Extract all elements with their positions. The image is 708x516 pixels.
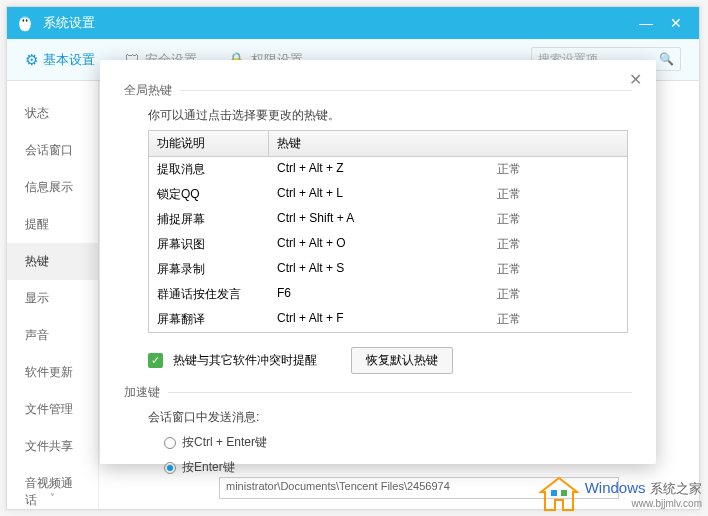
cell-key: Ctrl + Alt + F (269, 309, 489, 330)
sidebar-item-filemanage[interactable]: 文件管理 (7, 391, 98, 428)
sidebar-item-label: 文件共享 (25, 439, 73, 453)
dialog-close-button[interactable]: ✕ (629, 70, 642, 89)
section-accel: 加速键 (124, 384, 632, 401)
sidebar: 状态 会话窗口 信息展示 提醒 热键 显示 声音 软件更新 文件管理 文件共享 … (7, 81, 99, 509)
hotkey-hint: 你可以通过点击选择要更改的热键。 (148, 107, 632, 124)
house-icon (539, 476, 579, 512)
cell-key: Ctrl + Alt + Z (269, 159, 489, 180)
search-icon: 🔍 (659, 52, 674, 66)
cell-fn: 屏幕录制 (149, 259, 269, 280)
watermark-brand: Windows (585, 479, 646, 496)
accel-subtitle: 会话窗口中发送消息: (148, 409, 632, 426)
sidebar-scroll[interactable]: ˄ ˅ (7, 479, 98, 503)
cell-key: Ctrl + Alt + O (269, 234, 489, 255)
table-row[interactable]: 锁定QQCtrl + Alt + L正常 (149, 182, 627, 207)
sidebar-item-status[interactable]: 状态 (7, 95, 98, 132)
section-global-hotkeys: 全局热键 (124, 82, 632, 99)
gear-icon: ⚙ (25, 51, 38, 69)
chevron-down-icon[interactable]: ˅ (50, 492, 55, 503)
sidebar-item-fileshare[interactable]: 文件共享 (7, 428, 98, 465)
restore-default-button[interactable]: 恢复默认热键 (351, 347, 453, 374)
divider (180, 90, 632, 91)
conflict-check-label: 热键与其它软件冲突时提醒 (173, 352, 317, 369)
sidebar-item-hotkey[interactable]: 热键 (7, 243, 98, 280)
col-hotkey: 热键 (269, 131, 627, 156)
cell-fn: 屏幕翻译 (149, 309, 269, 330)
sidebar-item-label: 提醒 (25, 217, 49, 231)
table-row[interactable]: 屏幕录制Ctrl + Alt + S正常 (149, 257, 627, 282)
checkbox-checked-icon[interactable]: ✓ (148, 353, 163, 368)
col-function: 功能说明 (149, 131, 269, 156)
cell-fn: 屏幕识图 (149, 234, 269, 255)
sidebar-item-chatwindow[interactable]: 会话窗口 (7, 132, 98, 169)
hotkey-table-body: 提取消息Ctrl + Alt + Z正常锁定QQCtrl + Alt + L正常… (149, 157, 627, 332)
table-row[interactable]: 群通话按住发言F6正常 (149, 282, 627, 307)
sidebar-item-label: 状态 (25, 106, 49, 120)
sidebar-item-label: 会话窗口 (25, 143, 73, 157)
sidebar-item-reminder[interactable]: 提醒 (7, 206, 98, 243)
sidebar-item-label: 声音 (25, 328, 49, 342)
sidebar-item-info[interactable]: 信息展示 (7, 169, 98, 206)
cell-status: 正常 (489, 259, 569, 280)
table-row[interactable]: 提取消息Ctrl + Alt + Z正常 (149, 157, 627, 182)
hotkey-dialog: ✕ 全局热键 你可以通过点击选择要更改的热键。 功能说明 热键 提取消息Ctrl… (100, 60, 656, 464)
cell-status: 正常 (489, 284, 569, 305)
close-window-button[interactable]: ✕ (661, 8, 691, 38)
cell-key: F6 (269, 284, 489, 305)
radio-ctrl-enter[interactable]: 按Ctrl + Enter键 (164, 434, 632, 451)
sidebar-item-label: 信息展示 (25, 180, 73, 194)
sidebar-item-label: 热键 (25, 254, 49, 268)
radio-label: 按Ctrl + Enter键 (182, 434, 267, 451)
sidebar-item-label: 软件更新 (25, 365, 73, 379)
hotkey-table: 功能说明 热键 提取消息Ctrl + Alt + Z正常锁定QQCtrl + A… (148, 130, 628, 333)
watermark-text: Windows 系统之家 www.bjjmlv.com (585, 479, 702, 509)
table-row[interactable]: 捕捉屏幕Ctrl + Shift + A正常 (149, 207, 627, 232)
watermark-sub: 系统之家 (650, 481, 702, 496)
svg-point-3 (23, 19, 25, 22)
tab-basic[interactable]: ⚙ 基本设置 (25, 51, 95, 69)
radio-enter[interactable]: 按Enter键 (164, 459, 632, 476)
section-title: 全局热键 (124, 82, 172, 99)
cell-status: 正常 (489, 309, 569, 330)
cell-key: Ctrl + Shift + A (269, 209, 489, 230)
app-logo-icon (15, 13, 35, 33)
radio-selected-icon[interactable] (164, 462, 176, 474)
svg-rect-6 (551, 490, 557, 496)
svg-rect-7 (561, 490, 567, 496)
cell-fn: 锁定QQ (149, 184, 269, 205)
watermark: Windows 系统之家 www.bjjmlv.com (539, 476, 702, 512)
window-title: 系统设置 (43, 14, 631, 32)
table-row[interactable]: 屏幕翻译Ctrl + Alt + F正常 (149, 307, 627, 332)
chevron-up-icon[interactable]: ˄ (50, 479, 55, 490)
cell-status: 正常 (489, 184, 569, 205)
sidebar-item-label: 文件管理 (25, 402, 73, 416)
hotkey-table-header: 功能说明 热键 (149, 131, 627, 157)
section-title: 加速键 (124, 384, 160, 401)
sidebar-item-display[interactable]: 显示 (7, 280, 98, 317)
table-row[interactable]: 屏幕识图Ctrl + Alt + O正常 (149, 232, 627, 257)
sidebar-item-update[interactable]: 软件更新 (7, 354, 98, 391)
cell-key: Ctrl + Alt + S (269, 259, 489, 280)
watermark-url: www.bjjmlv.com (585, 498, 702, 509)
titlebar: 系统设置 — ✕ (7, 7, 699, 39)
path-text: ministrator\Documents\Tencent Files\2456… (226, 480, 450, 492)
radio-label: 按Enter键 (182, 459, 235, 476)
cell-status: 正常 (489, 209, 569, 230)
cell-status: 正常 (489, 159, 569, 180)
svg-point-4 (26, 19, 28, 22)
cell-fn: 群通话按住发言 (149, 284, 269, 305)
radio-icon[interactable] (164, 437, 176, 449)
svg-marker-5 (541, 478, 577, 510)
cell-fn: 提取消息 (149, 159, 269, 180)
cell-status: 正常 (489, 234, 569, 255)
minimize-button[interactable]: — (631, 8, 661, 38)
cell-key: Ctrl + Alt + L (269, 184, 489, 205)
conflict-check-row[interactable]: ✓ 热键与其它软件冲突时提醒 恢复默认热键 (148, 347, 632, 374)
svg-point-2 (20, 17, 30, 30)
tab-basic-label: 基本设置 (43, 51, 95, 69)
sidebar-item-sound[interactable]: 声音 (7, 317, 98, 354)
divider (168, 392, 632, 393)
cell-fn: 捕捉屏幕 (149, 209, 269, 230)
sidebar-item-label: 显示 (25, 291, 49, 305)
